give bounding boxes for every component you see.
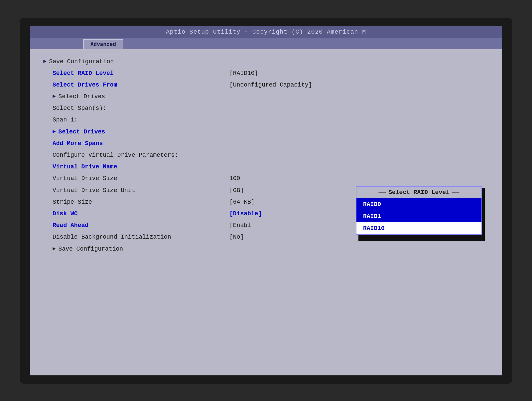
arrow-icon: ► — [53, 93, 56, 100]
menu-value: [64 KB] — [229, 198, 255, 206]
title-bar: Aptio Setup Utility - Copyright (C) 2020… — [30, 26, 502, 38]
menu-value: [Disable] — [229, 210, 262, 218]
dropdown-item-label: RAID1 — [363, 213, 381, 220]
menu-label: Span 1: — [53, 116, 78, 124]
arrow-icon: ► — [53, 128, 56, 135]
menu-value: [Unconfigured Capacity] — [229, 81, 312, 89]
menu-value: [No] — [229, 233, 244, 241]
dropdown-title: Select RAID Level — [356, 187, 481, 198]
menu-label: Stripe Size — [53, 198, 92, 206]
list-item[interactable]: ► Save Configuration — [43, 56, 489, 68]
dropdown-item-label: RAID0 — [363, 201, 381, 208]
menu-value: [RAID10] — [229, 69, 258, 78]
menu-label: Add More Spans — [53, 139, 103, 148]
list-item[interactable]: Add More Spans — [43, 138, 489, 149]
menu-label: Configure Virtual Drive Parameters: — [53, 151, 178, 159]
dropdown-item-raid1[interactable]: RAID1 — [356, 210, 481, 222]
title-text: Aptio Setup Utility - Copyright (C) 2020… — [166, 29, 366, 35]
list-item[interactable]: Virtual Drive Name — [43, 161, 489, 173]
menu-label: Select Drives From — [53, 81, 117, 89]
menu-label: Virtual Drive Size Unit — [53, 186, 135, 195]
list-item[interactable]: Virtual Drive Size 100 — [43, 173, 489, 184]
menu-label: Virtual Drive Name — [53, 163, 117, 171]
dropdown-title-text: Select RAID Level — [388, 189, 450, 196]
list-item[interactable]: ► Select Drives — [43, 126, 489, 138]
list-item[interactable]: ► Save Configuration — [43, 243, 489, 255]
content-area: ► Save Configuration Select RAID Level [… — [30, 49, 502, 262]
menu-value: [Enabl — [229, 221, 251, 230]
menu-label: Select Drives — [59, 128, 105, 136]
menu-label: Select Span(s): — [53, 104, 106, 112]
arrow-icon: ► — [43, 58, 47, 65]
menu-label: Select Drives — [59, 93, 105, 101]
menu-label: Disable Background Initialization — [53, 233, 171, 241]
list-item: Span 1: — [43, 114, 489, 126]
menu-label: Select RAID Level — [53, 69, 114, 78]
list-item[interactable]: Select Drives From [Unconfigured Capacit… — [43, 79, 489, 91]
dropdown-item-raid10[interactable]: RAID10 — [356, 222, 481, 234]
menu-value: [GB] — [229, 186, 244, 195]
list-item: Select Span(s): — [43, 102, 489, 114]
list-item[interactable]: Select RAID Level [RAID10] — [43, 68, 489, 79]
tab-row: Advanced — [30, 38, 502, 49]
tab-advanced[interactable]: Advanced — [83, 39, 123, 49]
list-item: Configure Virtual Drive Parameters: — [43, 149, 489, 161]
screen: Aptio Setup Utility - Copyright (C) 2020… — [30, 26, 502, 375]
monitor-frame: Aptio Setup Utility - Copyright (C) 2020… — [20, 18, 512, 384]
menu-label: Virtual Drive Size — [53, 174, 117, 183]
list-item[interactable]: ► Select Drives — [43, 91, 489, 102]
tab-advanced-label: Advanced — [90, 42, 116, 48]
arrow-icon: ► — [53, 245, 56, 253]
dropdown-item-label: RAID10 — [363, 225, 385, 232]
menu-value: 100 — [229, 174, 240, 183]
dropdown-item-raid0[interactable]: RAID0 — [356, 198, 481, 210]
menu-label: Disk WC — [53, 210, 78, 218]
dropdown-popup: Select RAID Level RAID0 RAID1 RAID10 — [356, 186, 482, 235]
menu-label: Read Ahead — [53, 221, 88, 230]
menu-label: Save Configuration — [49, 58, 114, 66]
menu-label: Save Configuration — [59, 245, 123, 253]
